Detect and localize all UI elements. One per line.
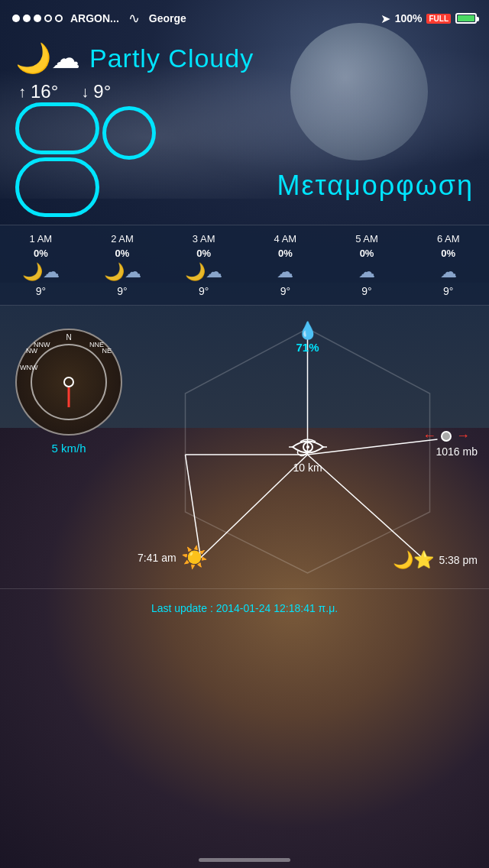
current-temperature-display (15, 102, 156, 217)
carrier-label: ARGON... (70, 12, 119, 24)
arrow-down-icon: ↓ (81, 83, 89, 101)
battery-percentage: 100% (395, 12, 423, 24)
hourly-item-3am: 3 AM 0% 🌙☁ 9° (163, 233, 244, 297)
compass-nw-label: NW (26, 347, 37, 355)
compass-ne-label: NE (102, 347, 112, 355)
temp-range: ↑ 16° ↓ 9° (15, 81, 474, 102)
sunset-time: 5:38 pm (439, 554, 478, 566)
hourly-item-5am: 5 AM 0% ☁ 9° (326, 233, 408, 297)
signal-dot-4 (44, 15, 52, 22)
pressure-value: 1016 mb (436, 445, 478, 458)
humidity-node: 💧 71% (296, 321, 319, 354)
home-indicator (199, 858, 290, 862)
hourly-item-4am: 4 AM 0% ☁ 9° (244, 233, 326, 297)
weather-condition-row: 🌙☁ Partly Cloudy (15, 41, 474, 75)
degree-circle (102, 106, 156, 160)
digit-bottom-circle (15, 157, 99, 217)
pressure-arrow-left: ← (423, 428, 436, 444)
hour-temp-4am: 9° (280, 285, 290, 297)
wifi-icon: ∿ (128, 10, 140, 27)
hour-icon-6am: ☁ (440, 262, 457, 282)
compass-inner-ring (31, 344, 107, 420)
status-right: ➤ 100% FULL (381, 11, 477, 26)
compass-center-dot (63, 377, 74, 387)
eye-of-ra-icon (289, 434, 327, 460)
detail-section: WNW NNW N NNE NE NW 5 km/h (0, 313, 489, 588)
hour-label-1am: 1 AM (30, 233, 53, 245)
hour-temp-3am: 9° (199, 285, 209, 297)
arrow-up-icon: ↑ (18, 83, 26, 101)
hourly-row: 1 AM 0% 🌙☁ 9° 2 AM 0% 🌙☁ 9° 3 AM 0% 🌙☁ 9… (0, 233, 489, 297)
signal-dot-2 (23, 15, 31, 22)
precip-4am: 0% (278, 248, 293, 259)
precip-5am: 0% (360, 248, 374, 259)
last-update-section: Last update : 2014-01-24 12:18:41 π.μ. (0, 588, 489, 627)
pressure-arrow-right: → (456, 428, 470, 444)
humidity-value: 71% (296, 341, 319, 354)
cloud-moon-icon: 🌙☁ (15, 41, 80, 75)
hour-icon-2am: 🌙☁ (104, 262, 141, 282)
pressure-dot (441, 431, 452, 442)
wind-speed-label: 5 km/h (15, 442, 122, 455)
sunset-node: 🌙⭐ 5:38 pm (393, 550, 478, 570)
hourly-item-2am: 2 AM 0% 🌙☁ 9° (82, 233, 164, 297)
hour-icon-4am: ☁ (277, 262, 293, 282)
location-icon: ➤ (381, 11, 390, 26)
high-temp-value: 16° (31, 81, 58, 102)
hour-icon-5am: ☁ (358, 262, 375, 282)
hour-temp-2am: 9° (117, 285, 127, 297)
hourly-forecast-section: 1 AM 0% 🌙☁ 9° 2 AM 0% 🌙☁ 9° 3 AM 0% 🌙☁ 9… (0, 225, 489, 306)
wifi-name: George (149, 12, 186, 24)
hour-temp-6am: 9° (443, 285, 453, 297)
hour-label-5am: 5 AM (355, 233, 378, 245)
detail-diagram: 💧 71% 10 km ← (134, 321, 481, 581)
visibility-value: 10 km (293, 462, 322, 474)
big-temp-container: Μεταμορφωση (0, 102, 489, 217)
condition-text: Partly Cloudy (89, 44, 254, 73)
compass-n-label: N (66, 333, 71, 342)
precip-2am: 0% (115, 248, 130, 259)
signal-dot-5 (55, 15, 63, 22)
hour-label-3am: 3 AM (193, 233, 215, 245)
temp-low: ↓ 9° (81, 81, 111, 102)
pressure-node: ← → (423, 428, 478, 444)
compass-dial: WNW NNW N NNE NE NW (15, 329, 122, 436)
humidity-icon: 💧 (297, 321, 318, 341)
battery-fill (458, 15, 474, 21)
precip-6am: 0% (441, 248, 455, 259)
visibility-node: 10 km (289, 434, 327, 474)
svg-point-8 (306, 445, 309, 449)
precip-3am: 0% (196, 248, 211, 259)
hour-temp-1am: 9° (36, 285, 46, 297)
hour-icon-3am: 🌙☁ (185, 262, 222, 282)
digit-top-circle (15, 102, 99, 154)
status-bar: ARGON... ∿ George ➤ 100% FULL (0, 0, 489, 34)
compass-needle (68, 387, 70, 407)
sunrise-time: 7:41 am (138, 552, 176, 564)
hourly-item-6am: 6 AM 0% ☁ 9° (407, 233, 489, 297)
hour-label-6am: 6 AM (437, 233, 460, 245)
signal-dot-3 (34, 15, 41, 22)
hour-label-2am: 2 AM (111, 233, 134, 245)
hour-label-4am: 4 AM (274, 233, 297, 245)
signal-dot-1 (12, 15, 20, 22)
battery-icon (455, 13, 477, 24)
battery-full-label: FULL (426, 14, 451, 24)
temp-high: ↑ 16° (18, 81, 58, 102)
sunset-icon: 🌙⭐ (393, 550, 434, 570)
weather-main: 🌙☁ Partly Cloudy ↑ 16° ↓ 9° (0, 34, 489, 102)
low-temp-value: 9° (93, 81, 111, 102)
svg-line-6 (186, 455, 201, 558)
pressure-value-label: 1016 mb (436, 445, 478, 458)
sunrise-icon: ☀️ (181, 545, 208, 570)
hourly-item-1am: 1 AM 0% 🌙☁ 9° (0, 233, 82, 297)
compass-container: WNW NNW N NNE NE NW 5 km/h (15, 329, 122, 436)
last-update-text: Last update : 2014-01-24 12:18:41 π.μ. (151, 602, 338, 614)
digit-8-shape (15, 102, 99, 217)
status-left: ARGON... ∿ George (12, 10, 186, 27)
precip-1am: 0% (34, 248, 48, 259)
sunrise-node: 7:41 am ☀️ (138, 545, 208, 570)
greek-title: Μεταμορφωση (277, 170, 474, 217)
hour-icon-1am: 🌙☁ (22, 262, 60, 282)
svg-line-4 (308, 439, 438, 455)
